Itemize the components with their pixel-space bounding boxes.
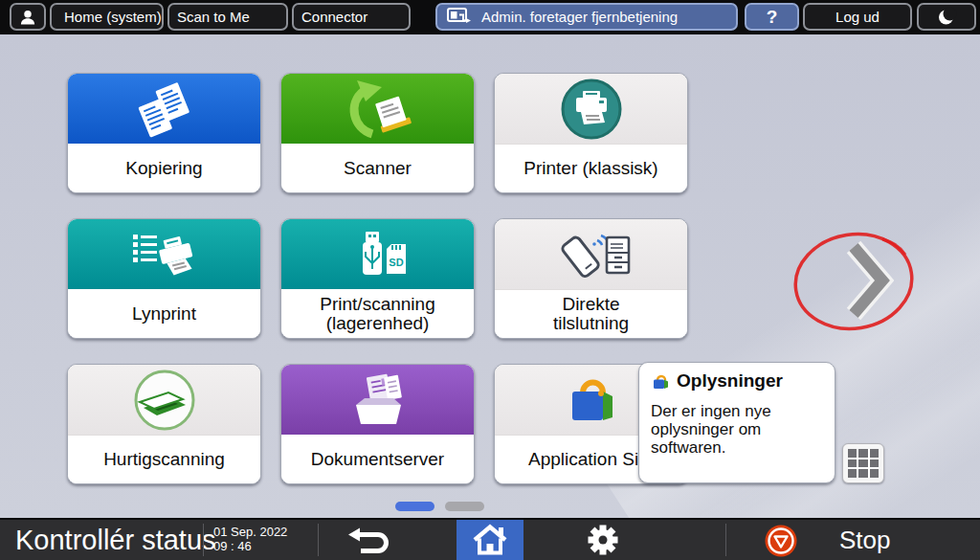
user-button[interactable] bbox=[10, 3, 46, 31]
gear-icon bbox=[583, 520, 623, 560]
scan-to-icon bbox=[338, 78, 418, 140]
application-site-icon bbox=[551, 370, 632, 431]
tab-home-label: Home (system) bbox=[64, 9, 162, 25]
admin-banner-label: Admin. foretager fjernbetjening bbox=[481, 9, 678, 25]
tile-direkte-tilslutning[interactable]: Direktetilslutning bbox=[494, 218, 688, 339]
separator bbox=[318, 524, 319, 556]
help-label: ? bbox=[767, 7, 778, 28]
datetime-display: 01 Sep. 2022 09 : 46 bbox=[213, 525, 287, 553]
quick-print-icon bbox=[124, 224, 205, 285]
home-icon bbox=[471, 524, 509, 556]
admin-remote-banner[interactable]: Admin. foretager fjernbetjening bbox=[435, 3, 738, 31]
date-text: 01 Sep. 2022 bbox=[213, 525, 287, 539]
bottom-bar: Kontrollér status 01 Sep. 2022 09 : 46 bbox=[0, 518, 980, 560]
direct-connect-icon bbox=[551, 224, 632, 285]
page-indicator bbox=[395, 502, 484, 511]
tile-print-scanning[interactable]: SD Print/scanning(lagerenhed) bbox=[280, 218, 475, 339]
logout-label: Log ud bbox=[835, 9, 880, 25]
time-text: 09 : 46 bbox=[213, 539, 287, 553]
app-grid: Kopiering Scanner Printer (klassisk) bbox=[67, 73, 688, 484]
help-button[interactable]: ? bbox=[745, 3, 799, 31]
usb-sd-icon: SD bbox=[338, 224, 418, 285]
grid-icon bbox=[848, 449, 879, 478]
back-arrow-icon bbox=[347, 526, 390, 554]
tile-printer-klassisk[interactable]: Printer (klassisk) bbox=[494, 73, 688, 193]
user-icon bbox=[19, 6, 36, 29]
remote-session-icon bbox=[447, 8, 472, 27]
logout-button[interactable]: Log ud bbox=[803, 3, 912, 31]
tile-lynprint[interactable]: Lynprint bbox=[67, 218, 261, 339]
tab-scan-to-me[interactable]: Scan to Me bbox=[167, 3, 288, 31]
tile-dokumentserver[interactable]: Dokumentserver bbox=[280, 364, 475, 484]
stop-button[interactable]: Stop bbox=[727, 520, 980, 560]
back-button[interactable] bbox=[325, 520, 412, 560]
tab-home-system[interactable]: Home (system) bbox=[50, 3, 164, 31]
separator bbox=[725, 524, 726, 556]
info-widget[interactable]: Oplysninger Der er ingen nye oplysninger… bbox=[638, 362, 835, 483]
stop-icon bbox=[764, 524, 798, 558]
top-bar: Home (system) Scan to Me Connector Admin… bbox=[0, 0, 980, 34]
bag-mini-icon bbox=[651, 372, 670, 390]
widget-list-button[interactable] bbox=[842, 443, 884, 483]
printer-classic-icon bbox=[551, 77, 632, 142]
quick-scan-icon bbox=[124, 368, 205, 433]
tab-connector[interactable]: Connector bbox=[292, 3, 411, 31]
tab-connector-label: Connector bbox=[301, 9, 368, 25]
stop-label: Stop bbox=[839, 520, 891, 560]
tile-kopiering[interactable]: Kopiering bbox=[67, 73, 261, 193]
info-widget-body: Der er ingen nye oplysninger om software… bbox=[651, 402, 804, 458]
document-server-icon bbox=[338, 370, 418, 431]
info-widget-title: Oplysninger bbox=[677, 370, 783, 392]
tile-scanner[interactable]: Scanner bbox=[280, 73, 475, 193]
next-page-button[interactable] bbox=[840, 239, 894, 322]
tile-hurtigscanning[interactable]: Hurtigscanning bbox=[67, 364, 261, 484]
separator bbox=[203, 524, 204, 556]
tab-scan-label: Scan to Me bbox=[177, 9, 250, 25]
home-screen: Kopiering Scanner Printer (klassisk) bbox=[0, 34, 980, 518]
energy-saver-button[interactable] bbox=[917, 3, 976, 31]
page-dot bbox=[445, 502, 484, 511]
home-button[interactable] bbox=[457, 520, 523, 560]
page-dot bbox=[395, 502, 434, 511]
moon-icon bbox=[936, 7, 957, 28]
copy-icon bbox=[124, 78, 205, 140]
settings-button[interactable] bbox=[555, 520, 651, 560]
svg-text:SD: SD bbox=[389, 257, 403, 268]
check-status-button[interactable]: Kontrollér status bbox=[15, 520, 216, 560]
check-status-label: Kontrollér status bbox=[15, 525, 216, 556]
